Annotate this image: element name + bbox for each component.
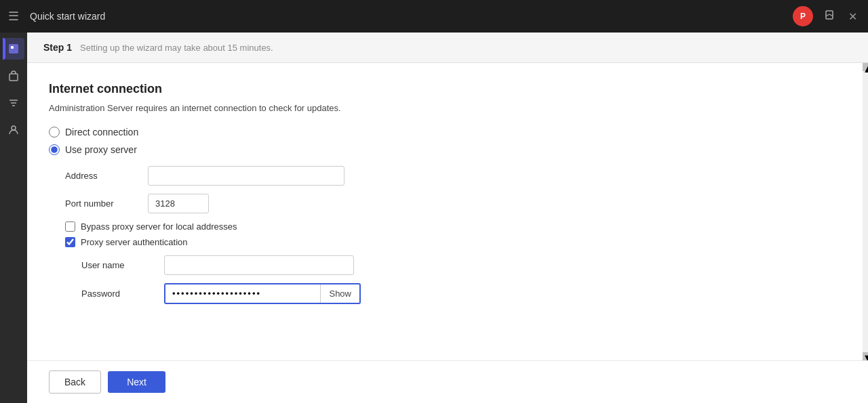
direct-connection-option[interactable]: Direct connection (49, 127, 846, 137)
layout: Step 1 Setting up the wizard may take ab… (0, 33, 868, 403)
bypass-proxy-option[interactable]: Bypass proxy server for local addresses (65, 221, 846, 232)
back-button[interactable]: Back (49, 370, 101, 394)
main-content: Step 1 Setting up the wizard may take ab… (27, 33, 868, 403)
username-row: User name (81, 255, 846, 275)
proxy-auth-checkbox[interactable] (65, 237, 75, 247)
scrollbar-arrow-up[interactable]: ▲ (863, 63, 868, 71)
section-title: Internet connection (49, 82, 846, 96)
section-description: Administration Server requires an intern… (49, 103, 846, 113)
address-input[interactable] (148, 166, 344, 186)
titlebar-actions: P ✕ (793, 6, 860, 26)
svg-rect-2 (11, 46, 14, 49)
address-label: Address (65, 171, 140, 181)
username-input[interactable] (164, 255, 354, 275)
step-header: Step 1 Setting up the wizard may take ab… (27, 33, 868, 63)
wizard-body: Internet connection Administration Serve… (27, 63, 868, 360)
avatar-button[interactable]: P (793, 6, 813, 26)
scrollbar-arrow-down[interactable]: ▼ (863, 352, 868, 360)
app-title: Quick start wizard (30, 11, 793, 22)
connection-type-group: Direct connection Use proxy server (49, 127, 846, 155)
sidebar-item-filters[interactable] (3, 92, 24, 114)
password-label: Password (81, 289, 156, 299)
bypass-proxy-checkbox[interactable] (65, 221, 75, 232)
user-icon (7, 124, 20, 136)
filters-icon (7, 97, 20, 109)
step-label: Step 1 (43, 42, 72, 53)
auth-section: User name Password Show (81, 255, 846, 304)
password-wrapper: Show (164, 283, 361, 304)
proxy-auth-option[interactable]: Proxy server authentication (65, 237, 846, 247)
password-row: Password Show (81, 283, 846, 304)
direct-connection-radio[interactable] (49, 127, 60, 137)
port-row: Port number (65, 194, 846, 213)
scrollbar-track[interactable]: ▲ ▼ (863, 63, 868, 360)
username-label: User name (81, 260, 156, 270)
password-input[interactable] (165, 284, 320, 303)
show-password-button[interactable]: Show (320, 284, 359, 303)
sidebar (0, 33, 27, 403)
proxy-server-label: Use proxy server (65, 144, 137, 155)
bookmark-icon (824, 9, 835, 20)
port-label: Port number (65, 198, 140, 209)
sidebar-item-highlight[interactable] (3, 38, 24, 60)
sidebar-item-bag[interactable] (3, 65, 24, 87)
port-input[interactable] (148, 194, 209, 213)
address-row: Address (65, 166, 846, 186)
next-button[interactable]: Next (108, 371, 165, 393)
titlebar: ☰ Quick start wizard P ✕ (0, 0, 868, 33)
sidebar-accent (3, 38, 5, 60)
bookmark-button[interactable] (821, 7, 837, 26)
sidebar-item-user[interactable] (3, 119, 24, 141)
proxy-server-option[interactable]: Use proxy server (49, 144, 846, 155)
svg-rect-0 (826, 11, 833, 19)
wizard-footer: Back Next (27, 360, 868, 403)
proxy-server-radio[interactable] (49, 144, 60, 155)
highlight-icon (7, 43, 20, 55)
bag-icon (7, 70, 20, 82)
bypass-proxy-label: Bypass proxy server for local addresses (81, 221, 237, 232)
step-description: Setting up the wizard may take about 15 … (80, 43, 273, 53)
proxy-settings: Address Port number Bypass proxy server … (65, 166, 846, 304)
menu-icon[interactable]: ☰ (8, 9, 19, 24)
svg-rect-1 (9, 44, 18, 54)
proxy-auth-label: Proxy server authentication (81, 237, 188, 247)
close-button[interactable]: ✕ (846, 7, 860, 26)
svg-rect-3 (9, 74, 18, 81)
direct-connection-label: Direct connection (65, 127, 138, 137)
svg-point-7 (12, 126, 16, 130)
proxy-options: Bypass proxy server for local addresses … (65, 221, 846, 247)
